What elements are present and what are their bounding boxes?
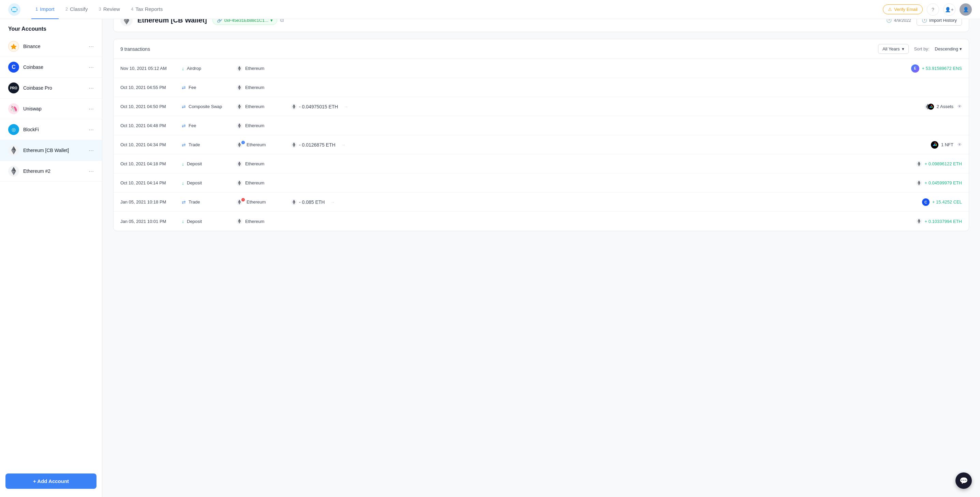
tx-source: Ethereum [236, 123, 291, 129]
svg-marker-13 [11, 171, 14, 175]
tx-amount-out: - 0.0126875 ETH [299, 142, 336, 148]
coinbase-label: Coinbase [23, 64, 89, 70]
ens-icon: E [911, 64, 919, 73]
tx-source: Ethereum [236, 104, 291, 110]
eth-out-icon [291, 142, 297, 148]
table-row[interactable]: Nov 10, 2021 05:12 AM ↓ Airdrop Ethereum [113, 59, 969, 78]
tx-type-label: Deposit [187, 180, 202, 186]
tx-date: Jan 05, 2021 10:01 PM [120, 219, 182, 224]
coinbase-pro-icon: PRO [8, 83, 19, 94]
svg-marker-6 [14, 150, 16, 154]
sidebar-item-coinbase[interactable]: C Coinbase ··· [0, 57, 102, 78]
sidebar-item-blockfi[interactable]: ◎ BlockFi ··· [0, 119, 102, 140]
swap-icon: ⇄ [182, 85, 186, 91]
nav-review-step: 3 [99, 6, 101, 11]
nav-tax-reports[interactable]: 4 Tax Reports [127, 0, 167, 19]
tx-date: Oct 10, 2021 04:14 PM [120, 180, 182, 186]
ethereum-2-more-icon[interactable]: ··· [89, 168, 94, 175]
eth-out-icon [291, 104, 297, 110]
eth-result-icon [916, 180, 922, 186]
sidebar-item-binance[interactable]: Binance ··· [0, 36, 102, 57]
nav-classify[interactable]: 2 Classify [61, 0, 92, 19]
table-row[interactable]: Oct 10, 2021 04:34 PM ⇄ Trade ! [113, 135, 969, 154]
all-years-dropdown[interactable]: All Years ▾ [878, 44, 909, 54]
tx-date: Jan 05, 2021 10:18 PM [120, 199, 182, 205]
blockfi-more-icon[interactable]: ··· [89, 126, 94, 133]
nav-import[interactable]: 1 Import [31, 0, 59, 19]
eth-source-icon [236, 218, 242, 224]
tx-amount-out: - 0.085 ETH [299, 199, 325, 205]
avatar[interactable]: 👤 [959, 3, 972, 16]
eth-out-icon [291, 199, 297, 205]
right-arrow-icon: → [341, 142, 346, 148]
table-row[interactable]: Oct 10, 2021 04:14 PM ↓ Deposit Ethereum [113, 173, 969, 192]
right-arrow-icon: → [344, 104, 348, 110]
tx-amount-area: - 0.04975015 ETH → [291, 104, 924, 110]
sidebar-item-coinbase-pro[interactable]: PRO Coinbase Pro ··· [0, 78, 102, 98]
nav-review[interactable]: 3 Review [95, 0, 124, 19]
tx-source: Ethereum [236, 65, 291, 71]
cel-icon: C [922, 198, 929, 206]
svg-marker-4 [14, 146, 16, 151]
right-arrow-icon: → [330, 199, 335, 205]
nav-tax-step: 4 [131, 6, 133, 11]
coinbase-pro-label: Coinbase Pro [23, 85, 89, 91]
tx-amount-area: - 0.0126875 ETH → [291, 142, 931, 148]
nav-import-step: 1 [35, 6, 38, 11]
coinbase-pro-more-icon[interactable]: ··· [89, 84, 94, 92]
sort-by-label: Sort by: [914, 46, 929, 51]
eth-badge-icon: ! [236, 142, 244, 148]
tx-result-label: 1 NFT [941, 142, 953, 147]
svg-marker-12 [14, 171, 16, 175]
down-arrow-icon: ↓ [182, 66, 184, 71]
sidebar-item-ethereum-cb[interactable]: Ethereum [CB Wallet] ··· [0, 140, 102, 161]
ethereum-cb-icon [8, 145, 19, 156]
table-row[interactable]: Oct 10, 2021 04:48 PM ⇄ Fee Ethereum [113, 116, 969, 135]
transactions-container: 9 transactions All Years ▾ Sort by: Desc… [113, 39, 969, 231]
sort-value-dropdown[interactable]: Descending ▾ [935, 46, 962, 51]
table-row[interactable]: Oct 10, 2021 04:55 PM ⇄ Fee Ethereum [113, 78, 969, 97]
eth-source-icon [236, 123, 242, 129]
swap-icon: ⇄ [182, 142, 186, 148]
nav-classify-label: Classify [70, 6, 88, 12]
eth-badge-icon: ! [236, 199, 244, 205]
table-row[interactable]: Jan 05, 2021 10:01 PM ↓ Deposit Ethereum [113, 212, 969, 231]
svg-marker-10 [14, 167, 16, 171]
chevron-down-icon: ▾ [959, 46, 962, 51]
eth-result-icon [916, 218, 922, 224]
tx-result-label: + 0.09896122 ETH [925, 161, 962, 166]
ethereum-cb-more-icon[interactable]: ··· [89, 147, 94, 154]
down-arrow-icon: ↓ [182, 180, 184, 186]
tx-result: 2 Assets 👁 [924, 103, 962, 111]
table-row[interactable]: Oct 10, 2021 04:50 PM ⇄ Composite Swap E… [113, 97, 969, 116]
tx-result: E + 53.91589672 ENS [911, 64, 962, 73]
verify-email-button[interactable]: ⚠ Verify Email [883, 5, 923, 14]
binance-more-icon[interactable]: ··· [89, 43, 94, 50]
add-user-button[interactable]: 👤+ [943, 3, 955, 16]
verify-email-label: Verify Email [894, 7, 918, 12]
badge: ! [242, 198, 245, 202]
sidebar-item-ethereum-2[interactable]: Ethereum #2 ··· [0, 161, 102, 182]
avatar-icon: 👤 [963, 7, 969, 12]
sidebar-item-uniswap[interactable]: 🦄 Uniswap ··· [0, 98, 102, 119]
tx-result-label: + 15.4252 CEL [932, 199, 962, 205]
nav-tax-label: Tax Reports [135, 6, 163, 12]
help-button[interactable]: ? [927, 3, 939, 16]
table-row[interactable]: Jan 05, 2021 10:18 PM ⇄ Trade ! [113, 192, 969, 212]
svg-marker-1 [11, 44, 17, 49]
multi-asset-icon [924, 103, 934, 111]
uniswap-more-icon[interactable]: ··· [89, 105, 94, 113]
tx-date: Oct 10, 2021 04:18 PM [120, 161, 182, 166]
tx-source: ! Ethereum [236, 142, 291, 148]
uniswap-icon: 🦄 [8, 103, 19, 114]
ethereum-2-icon [8, 166, 19, 176]
table-row[interactable]: Oct 10, 2021 04:18 PM ↓ Deposit Ethereum [113, 154, 969, 173]
tx-type-label: Deposit [187, 161, 202, 166]
coinbase-more-icon[interactable]: ··· [89, 64, 94, 71]
eth-source-icon [236, 180, 242, 186]
tx-source: Ethereum [236, 180, 291, 186]
sidebar-title: Your Accounts [0, 19, 102, 36]
badge: ! [242, 141, 245, 144]
app-logo[interactable] [8, 3, 21, 16]
nft-icon [931, 141, 939, 149]
